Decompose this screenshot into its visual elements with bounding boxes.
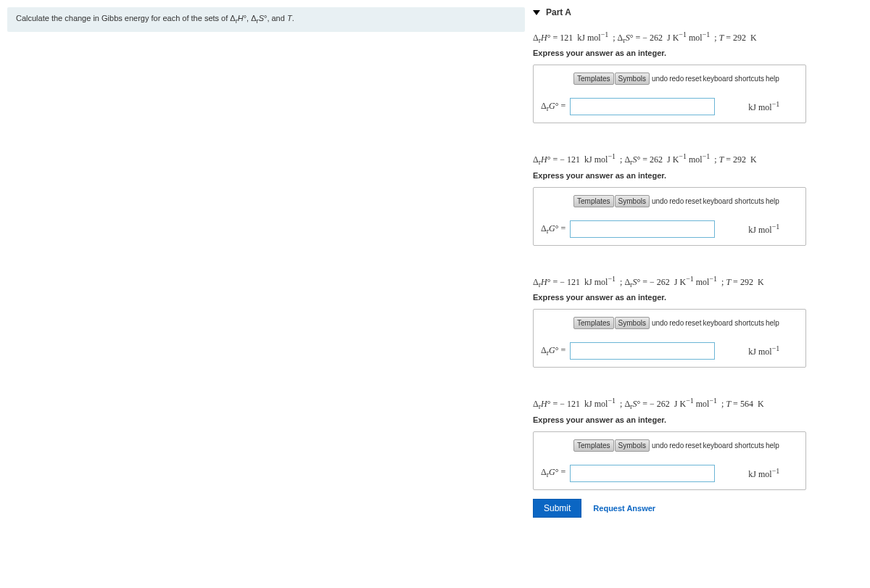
answer-row: ΔrG° = kJ mol−1 xyxy=(541,465,798,482)
question-text: Calculate the change in Gibbs energy for… xyxy=(16,14,294,22)
caret-down-icon xyxy=(533,10,540,15)
redo-button[interactable]: redo xyxy=(669,319,684,327)
answer-unit: kJ mol−1 xyxy=(748,223,779,236)
redo-button[interactable]: redo xyxy=(669,75,684,83)
question-prompt: Calculate the change in Gibbs energy for… xyxy=(7,7,525,32)
undo-button[interactable]: undo xyxy=(652,442,668,450)
help-link[interactable]: help xyxy=(766,442,779,450)
equation-line: ΔrH° = − 121 kJ mol−1 ; ΔrS° = − 262 J K… xyxy=(533,275,859,289)
toolbar: Templates Symbols undo redo reset keyboa… xyxy=(573,439,798,452)
request-answer-link[interactable]: Request Answer xyxy=(593,504,655,513)
reset-button[interactable]: reset xyxy=(685,197,701,205)
templates-button[interactable]: Templates xyxy=(573,73,614,85)
redo-button[interactable]: redo xyxy=(669,442,684,450)
answer-row: ΔrG° = kJ mol−1 xyxy=(541,342,798,360)
subpart-1: ΔrH° = 121 kJ mol−1 ; ΔrS° = − 262 J K−1… xyxy=(533,30,859,123)
answer-row: ΔrG° = kJ mol−1 xyxy=(541,220,798,238)
help-link[interactable]: help xyxy=(766,197,779,205)
equation-line: ΔrH° = − 121 kJ mol−1 ; ΔrS° = − 262 J K… xyxy=(533,397,859,410)
subpart-3: ΔrH° = − 121 kJ mol−1 ; ΔrS° = − 262 J K… xyxy=(533,275,859,368)
keyboard-shortcuts-link[interactable]: keyboard shortcuts xyxy=(703,75,764,83)
answer-area: Templates Symbols undo redo reset keyboa… xyxy=(533,431,806,490)
toolbar: Templates Symbols undo redo reset keyboa… xyxy=(573,317,798,329)
templates-button[interactable]: Templates xyxy=(573,317,614,329)
undo-button[interactable]: undo xyxy=(652,197,668,205)
toolbar: Templates Symbols undo redo reset keyboa… xyxy=(573,73,798,85)
reset-button[interactable]: reset xyxy=(685,319,701,327)
templates-button[interactable]: Templates xyxy=(573,195,614,207)
submit-row: Submit Request Answer xyxy=(533,499,859,518)
answer-input[interactable] xyxy=(570,342,715,360)
keyboard-shortcuts-link[interactable]: keyboard shortcuts xyxy=(703,319,764,327)
answer-unit: kJ mol−1 xyxy=(748,467,779,480)
answer-unit: kJ mol−1 xyxy=(748,344,779,357)
answer-unit: kJ mol−1 xyxy=(748,100,779,113)
answer-area: Templates Symbols undo redo reset keyboa… xyxy=(533,65,806,123)
answer-input[interactable] xyxy=(570,98,715,115)
templates-button[interactable]: Templates xyxy=(573,439,614,452)
part-header[interactable]: Part A xyxy=(533,7,859,17)
keyboard-shortcuts-link[interactable]: keyboard shortcuts xyxy=(703,197,764,205)
symbols-button[interactable]: Symbols xyxy=(615,73,650,85)
dg-label: ΔrG° = xyxy=(541,467,566,479)
undo-button[interactable]: undo xyxy=(652,75,668,83)
help-link[interactable]: help xyxy=(766,319,779,327)
instruction-text: Express your answer as an integer. xyxy=(533,171,859,180)
equation-line: ΔrH° = − 121 kJ mol−1 ; ΔrS° = 262 J K−1… xyxy=(533,152,859,166)
symbols-button[interactable]: Symbols xyxy=(615,439,650,452)
dg-label: ΔrG° = xyxy=(541,223,566,235)
subpart-4: ΔrH° = − 121 kJ mol−1 ; ΔrS° = − 262 J K… xyxy=(533,397,859,517)
answer-area: Templates Symbols undo redo reset keyboa… xyxy=(533,309,806,368)
answer-row: ΔrG° = kJ mol−1 xyxy=(541,98,798,115)
dg-label: ΔrG° = xyxy=(541,345,566,357)
instruction-text: Express your answer as an integer. xyxy=(533,293,859,302)
toolbar: Templates Symbols undo redo reset keyboa… xyxy=(573,195,798,207)
subpart-2: ΔrH° = − 121 kJ mol−1 ; ΔrS° = 262 J K−1… xyxy=(533,152,859,245)
keyboard-shortcuts-link[interactable]: keyboard shortcuts xyxy=(703,442,764,450)
answer-input[interactable] xyxy=(570,465,715,482)
reset-button[interactable]: reset xyxy=(685,442,701,450)
submit-button[interactable]: Submit xyxy=(533,499,581,518)
answer-input[interactable] xyxy=(570,220,715,238)
instruction-text: Express your answer as an integer. xyxy=(533,415,859,424)
help-link[interactable]: help xyxy=(766,75,779,83)
part-label: Part A xyxy=(546,7,571,17)
dg-label: ΔrG° = xyxy=(541,101,566,112)
instruction-text: Express your answer as an integer. xyxy=(533,49,859,57)
symbols-button[interactable]: Symbols xyxy=(615,195,650,207)
equation-line: ΔrH° = 121 kJ mol−1 ; ΔrS° = − 262 J K−1… xyxy=(533,30,859,44)
answer-area: Templates Symbols undo redo reset keyboa… xyxy=(533,187,806,246)
reset-button[interactable]: reset xyxy=(685,75,701,83)
symbols-button[interactable]: Symbols xyxy=(615,317,650,329)
redo-button[interactable]: redo xyxy=(669,197,684,205)
undo-button[interactable]: undo xyxy=(652,319,668,327)
